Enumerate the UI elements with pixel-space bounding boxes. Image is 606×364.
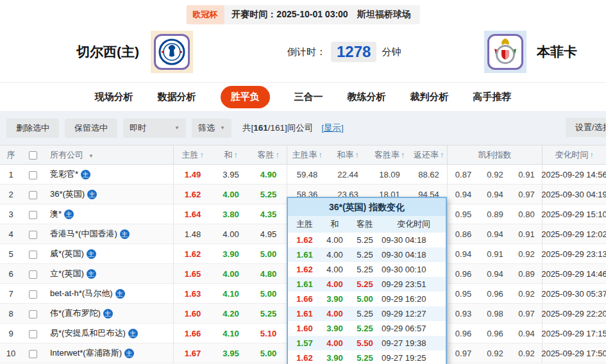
row-checkbox[interactable]	[29, 231, 37, 239]
home-badge-icon: 主	[87, 269, 96, 279]
show-link[interactable]: [显示]	[321, 122, 344, 134]
company-name[interactable]: 立*(英国)主	[44, 268, 173, 279]
row-checkbox[interactable]	[29, 270, 37, 279]
col-header-away-odds[interactable]: 客胜↑	[250, 149, 287, 161]
tab-expert-picks[interactable]: 高手推荐	[473, 91, 512, 103]
home-odds[interactable]: 1.49	[173, 165, 212, 184]
company-name[interactable]: 澳*主	[44, 208, 173, 220]
draw-odds[interactable]: 3.95	[212, 349, 250, 358]
league-badge: 欧冠杯	[186, 5, 224, 24]
draw-odds[interactable]: 3.80	[212, 210, 250, 219]
kelly-draw: 0.94	[479, 190, 511, 199]
col-header-payout-rate[interactable]: 返还率↑	[410, 149, 447, 161]
kelly-home: 0.87	[447, 165, 479, 184]
away-odds[interactable]: 4.90	[250, 170, 287, 179]
company-name[interactable]: 竞彩官*主	[44, 169, 173, 180]
row-checkbox[interactable]	[29, 350, 37, 358]
home-odds[interactable]: 1.60	[173, 304, 212, 323]
kelly-home: 0.94	[447, 244, 479, 263]
delete-selected-button[interactable]: 删除选中	[6, 119, 59, 138]
select-all-checkbox[interactable]	[29, 151, 37, 160]
col-header-change-time[interactable]: 变化时间↑	[542, 145, 606, 164]
row-checkbox[interactable]	[29, 310, 37, 318]
popup-home-odds: 1.62	[288, 265, 321, 274]
away-odds[interactable]: 4.35	[250, 210, 287, 219]
settings-button[interactable]: 设置/选择	[566, 118, 606, 137]
draw-odds[interactable]: 3.90	[212, 249, 250, 259]
away-odds[interactable]: 5.25	[250, 309, 287, 318]
draw-odds[interactable]: 4.00	[212, 190, 250, 199]
row-checkbox[interactable]	[29, 251, 37, 259]
row-checkbox[interactable]	[29, 211, 37, 219]
tab-data-analysis[interactable]: 数据分析	[158, 91, 196, 103]
kelly-home: 0.96	[447, 264, 479, 283]
draw-odds[interactable]: 4.00	[212, 229, 250, 239]
draw-odds[interactable]: 4.20	[212, 309, 250, 318]
popup-away-odds: 5.25	[348, 279, 382, 289]
row-index: 4	[0, 229, 22, 239]
company-name[interactable]: 伟*(直布罗陀)主	[44, 308, 173, 319]
tab-coach-analysis[interactable]: 教练分析	[348, 91, 386, 103]
col-header-draw-rate[interactable]: 和率↑	[327, 149, 369, 161]
time-filter-select[interactable]: 即时 ▼	[123, 119, 186, 138]
company-name[interactable]: 易*(安提瓜和巴布达)主	[44, 327, 173, 339]
popup-home-odds: 1.66	[288, 294, 321, 304]
home-odds[interactable]: 1.64	[173, 204, 212, 224]
away-odds[interactable]: 5.25	[250, 190, 287, 199]
row-checkbox[interactable]	[29, 171, 37, 179]
row-checkbox-cell	[22, 189, 44, 199]
company-name[interactable]: Interwet*(塞浦路斯)主	[44, 347, 173, 359]
row-checkbox[interactable]	[29, 191, 37, 199]
row-checkbox-cell	[22, 249, 44, 258]
col-header-draw-odds[interactable]: 和↑	[212, 149, 250, 161]
change-time: 2025-09-29 17:15	[542, 324, 606, 343]
home-odds[interactable]: 1.66	[173, 324, 212, 343]
row-checkbox[interactable]	[29, 290, 37, 299]
popup-col-draw: 和	[321, 219, 348, 230]
company-name[interactable]: 36*(英国)主	[44, 188, 173, 200]
home-odds[interactable]: 1.65	[173, 264, 212, 283]
away-rate: 18.09	[369, 170, 410, 179]
company-name[interactable]: 威*(英国)主	[44, 248, 173, 260]
away-odds[interactable]: 4.80	[250, 269, 287, 279]
home-odds[interactable]: 1.63	[173, 284, 212, 303]
home-odds[interactable]: 1.48	[173, 224, 212, 244]
popup-away-odds: 5.00	[348, 294, 382, 304]
draw-odds[interactable]: 4.00	[212, 269, 250, 279]
col-header-home-rate[interactable]: 主胜率↑	[287, 145, 327, 164]
page: 欧冠杯 开赛时间：2025-10-01 03:00 斯坦福桥球场 切尔西(主)	[0, 0, 606, 364]
sort-asc-icon: ↑	[590, 151, 594, 160]
draw-odds[interactable]: 3.95	[212, 170, 250, 179]
col-header-home-odds[interactable]: 主胜↑	[173, 145, 212, 164]
col-header-company[interactable]: 所有公司▼	[44, 149, 173, 161]
kickoff-time: 开赛时间：2025-10-01 03:00	[231, 9, 348, 21]
tab-bar: 现场分析数据分析胜平负三合一教练分析裁判分析高手推荐	[0, 82, 606, 111]
team-header: 切尔西(主) 倒计时： 1278 分钟	[0, 23, 606, 81]
row-index: 2	[0, 190, 22, 199]
tab-live-analysis[interactable]: 现场分析	[95, 91, 133, 103]
home-badge-icon: 主	[87, 249, 96, 259]
company-name[interactable]: 香港马*(中国香港)主	[44, 228, 173, 240]
sort-asc-icon: ↑	[319, 151, 323, 160]
tab-referee-analysis[interactable]: 裁判分析	[410, 91, 449, 103]
filter-select[interactable]: 筛选 ▼	[192, 119, 231, 138]
tab-win-draw-lose[interactable]: 胜平负	[221, 86, 270, 108]
kelly-draw: 0.94	[479, 229, 511, 239]
tab-three-in-one[interactable]: 三合一	[294, 91, 323, 103]
countdown: 倒计时： 1278 分钟	[287, 23, 435, 81]
away-odds[interactable]: 5.00	[250, 349, 287, 358]
row-checkbox[interactable]	[29, 330, 37, 338]
away-odds[interactable]: 5.10	[250, 329, 287, 338]
col-header-away-rate[interactable]: 客胜率↑	[369, 149, 410, 161]
away-odds[interactable]: 4.95	[250, 229, 287, 239]
home-odds[interactable]: 1.62	[173, 244, 212, 263]
draw-odds[interactable]: 4.10	[212, 289, 250, 299]
home-odds[interactable]: 1.62	[173, 185, 212, 204]
draw-odds[interactable]: 4.10	[212, 329, 250, 338]
company-name[interactable]: bet-at-h*(马尔他)主	[44, 288, 173, 299]
time-filter-value: 即时	[130, 122, 146, 134]
away-odds[interactable]: 5.00	[250, 249, 287, 259]
home-odds[interactable]: 1.67	[173, 343, 212, 363]
keep-selected-button[interactable]: 保留选中	[65, 119, 117, 138]
away-odds[interactable]: 5.00	[250, 289, 287, 299]
